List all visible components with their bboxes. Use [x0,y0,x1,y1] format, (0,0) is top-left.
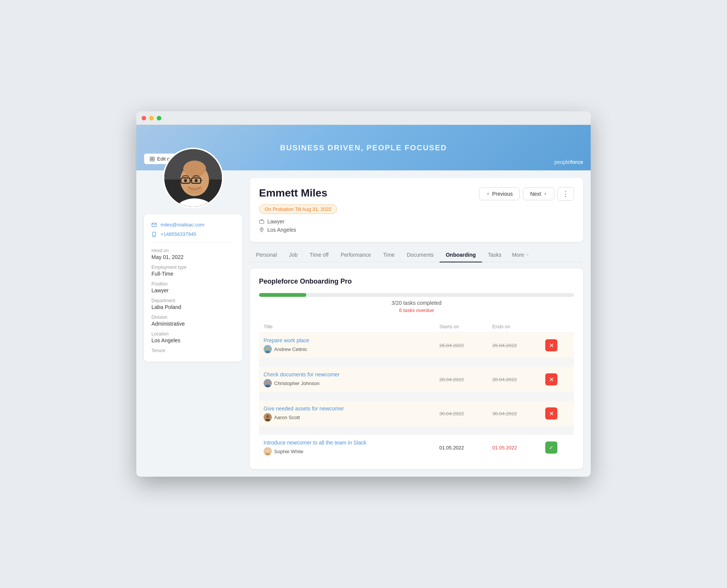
svg-point-21 [261,229,262,230]
row-separator-3 [259,426,574,435]
task-4-link[interactable]: Introduce newcomer to all the team in Sl… [264,440,430,446]
profile-section: Emmett Miles Previous Next [250,178,583,469]
task-2-assignee: Christopher Johnson [264,379,430,387]
sidebar-divider-1 [151,242,235,243]
app-window: BUSINESS DRIVEN, PEOPLE FOCUSED Edit cov… [136,111,591,477]
task-4-end-date: 01.05.2022 [492,445,517,451]
task-1-assignee: Andrew Cetinic [264,345,430,353]
task-2-starts: 28.04.2022 [435,367,488,392]
progress-tasks-completed: 3/20 tasks completed [259,300,574,306]
task-1-link[interactable]: Prepare work place [264,337,430,343]
task-1-cell: Prepare work place [259,333,435,358]
position-value: Lawyer [151,287,235,293]
task-3-delete-button[interactable]: ✕ [545,407,557,420]
task-2-action: ✕ [541,367,574,392]
task-2-end-date: 28.04.2022 [492,377,517,382]
job-title-value: Lawyer [267,218,284,225]
tab-performance[interactable]: Performance [335,248,377,262]
tab-time[interactable]: Time [377,248,401,262]
svg-rect-0 [150,157,154,161]
division-label: Division [151,315,235,320]
task-2-delete-button[interactable]: ✕ [545,373,557,385]
task-3-start-date: 30.04.2022 [439,411,464,416]
task-4-ends: 01.05.2022 [488,435,541,460]
table-row: Prepare work place [259,333,574,358]
employment-type-label: Employment type [151,265,235,270]
svg-point-16 [186,186,203,194]
phone-item: +148556337945 [151,231,235,237]
tab-onboarding[interactable]: Onboarding [440,248,482,262]
task-3-assignee-name: Aaron Scott [274,415,300,420]
phone-icon [151,232,157,237]
tasks-table-body: Prepare work place [259,333,574,460]
row-separator-1 [259,358,574,367]
sidebar: miles@mailsac.com +148556337945 Hired on… [144,178,242,469]
task-2-assignee-name: Christopher Johnson [274,381,320,386]
location-label: Location [151,331,235,337]
assignee-4-avatar-svg [264,447,272,455]
col-starts-on: Starts on [435,321,488,333]
task-2-link[interactable]: Check documents for newcomer [264,371,430,377]
tab-personal[interactable]: Personal [250,248,283,262]
svg-rect-20 [259,220,264,223]
email-icon [151,222,157,228]
close-dot[interactable] [142,116,146,120]
employment-type-value: Full-Time [151,271,235,277]
job-title-item: Lawyer [259,218,574,225]
assignee-3-avatar-svg [264,413,272,421]
svg-point-29 [266,415,269,418]
minimize-dot[interactable] [149,116,154,120]
kebab-menu-button[interactable]: ⋮ [557,187,574,201]
task-1-delete-button[interactable]: ✕ [545,339,557,351]
camera-icon [150,156,155,162]
previous-button[interactable]: Previous [479,187,520,200]
svg-point-23 [266,347,269,350]
fullscreen-dot[interactable] [157,116,161,120]
email-value[interactable]: miles@mailsac.com [161,222,204,228]
task-4-complete-button[interactable]: ✓ [545,441,557,454]
task-1-start-date: 26.04.2022 [439,343,464,348]
previous-label: Previous [492,191,513,197]
tab-tasks[interactable]: Tasks [482,248,508,262]
task-1-starts: 26.04.2022 [435,333,488,358]
col-ends-on: Ends on [488,321,541,333]
task-3-assignee: Aaron Scott [264,413,430,421]
task-2-ends: 28.04.2022 [488,367,541,392]
task-3-link[interactable]: Give needed assets for newcomer [264,406,430,412]
assignee-2-avatar [264,379,272,387]
tasks-header-row: Title Starts on Ends on [259,321,574,333]
task-4-cell: Introduce newcomer to all the team in Sl… [259,435,435,460]
briefcase-icon [259,219,264,224]
phone-value[interactable]: +148556337945 [161,231,196,237]
profile-header-card: Emmett Miles Previous Next [250,178,583,242]
department-value: Laba Poland [151,304,235,310]
svg-line-13 [201,180,202,181]
task-1-action: ✕ [541,333,574,358]
sidebar-contact-card: miles@mailsac.com +148556337945 Hired on… [144,214,242,362]
tab-more[interactable]: More [507,248,534,262]
task-3-cell: Give needed assets for newcomer [259,401,435,426]
task-3-action: ✕ [541,401,574,426]
next-button[interactable]: Next [523,187,554,200]
email-item: miles@mailsac.com [151,222,235,228]
task-3-end-date: 30.04.2022 [492,411,517,416]
svg-line-12 [179,180,181,181]
brand-tagline: BUSINESS DRIVEN, PEOPLE FOCUSED [280,143,447,152]
status-badge: On Probation Till Aug 31, 2022 [259,204,337,214]
table-row: Introduce newcomer to all the team in Sl… [259,435,574,460]
assignee-1-avatar [264,345,272,353]
task-1-assignee-name: Andrew Cetinic [274,346,307,352]
location-meta-item: Los Angeles [259,227,574,233]
profile-nav-buttons: Previous Next ⋮ [479,187,574,201]
tabs-nav: Personal Job Time off Performance Time D… [250,248,583,262]
tab-job[interactable]: Job [283,248,304,262]
location-icon [259,227,264,232]
hired-on-label: Hired on [151,248,235,253]
svg-point-14 [184,179,187,182]
tab-documents[interactable]: Documents [401,248,440,262]
tab-timeoff[interactable]: Time off [304,248,335,262]
task-1-ends: 26.04.2022 [488,333,541,358]
svg-point-15 [195,179,198,182]
task-4-assignee: Sophie White [264,447,430,455]
chevron-right-icon [543,192,547,196]
